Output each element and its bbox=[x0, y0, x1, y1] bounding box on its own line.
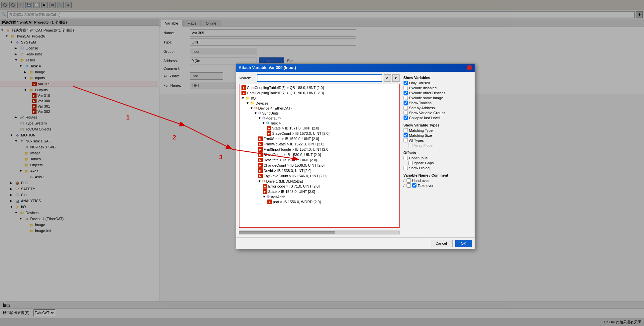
checkbox-only-unused[interactable]: Only Unused bbox=[404, 81, 471, 85]
checkbox-exclude-same-image[interactable]: Exclude same Image bbox=[404, 96, 471, 100]
modal-tree-frm0wcstate[interactable]: ▶ Frm0WcState > IB 1522.0, UINT [2.0] bbox=[240, 141, 398, 147]
modal-scrollbar[interactable] bbox=[239, 230, 400, 235]
modal-tree-task4[interactable]: ▼ ⚙ Task 4 bbox=[240, 121, 398, 125]
modal-search-clear[interactable]: ✕ bbox=[384, 74, 391, 82]
exclude-same-image-label: Exclude same Image bbox=[409, 96, 443, 100]
modal-tree-cfgslavecount[interactable]: ▶ CfgSlaveCount > IB 1546.0, UINT [2.0] bbox=[240, 173, 398, 179]
task4-tree-icon: ⚙ bbox=[266, 121, 269, 125]
drive1-label: Drive 1 (MBDLN25BE) bbox=[266, 179, 303, 183]
modal-close-button[interactable] bbox=[467, 65, 472, 70]
show-variable-groups-checkbox[interactable] bbox=[404, 111, 408, 115]
exclude-same-image-checkbox[interactable] bbox=[404, 96, 408, 100]
devices-tree-arrow[interactable]: ▼ bbox=[246, 101, 250, 105]
checkbox-continuous[interactable]: Continuous bbox=[404, 156, 471, 160]
slavecount2-label: SlaveCount > IB 1530.0, UINT [2.0] bbox=[264, 153, 321, 157]
devid-icon: ▶ bbox=[258, 168, 263, 173]
checkbox-all-types[interactable]: All Types bbox=[404, 138, 471, 142]
modal-tree-errorcode[interactable]: ▶ Error code > IB 71.0, UINT [2.0] bbox=[240, 184, 398, 189]
checkbox-show-tooltips[interactable]: Show Tooltips bbox=[404, 101, 471, 105]
checkbox-sort-by-address[interactable]: Sort by Address bbox=[404, 106, 471, 110]
modal-tree-devstate[interactable]: ▶ DevState > IB 1534.0, UINT [2.0] bbox=[240, 157, 398, 163]
ignore-gaps-checkbox[interactable] bbox=[408, 161, 413, 165]
errorcode-label: Error code > IB 71.0, UINT [2.0] bbox=[268, 184, 320, 188]
checkbox-array-mode[interactable]: Array Mode bbox=[408, 143, 471, 147]
hand-over-checkbox[interactable] bbox=[407, 178, 411, 183]
changecount-label: ChangeCount > IB 1536.0, UINT [2.0] bbox=[264, 163, 325, 167]
ok-button[interactable]: OK bbox=[455, 240, 472, 247]
take-over-row: / Take over bbox=[404, 183, 471, 188]
show-dialog-checkbox[interactable] bbox=[404, 166, 408, 170]
task4-tree-arrow[interactable]: ▼ bbox=[262, 121, 266, 125]
all-types-checkbox[interactable] bbox=[404, 138, 408, 142]
modal-variable-tree[interactable]: ▶ CamCouplingTableID[6] > QB 188.0, UINT… bbox=[239, 84, 400, 228]
modal-tree-adsaddr[interactable]: ▼ ⚙ AdsAddr bbox=[240, 194, 398, 199]
modal-footer: Cancel OK bbox=[236, 237, 475, 249]
checkbox-ignore-gaps[interactable]: Ignore Gaps bbox=[408, 161, 471, 165]
modal-tree-slavecount2[interactable]: ▶ SlaveCount > IB 1530.0, UINT [2.0] bbox=[240, 152, 398, 157]
all-types-label: All Types bbox=[409, 138, 424, 142]
modal-tree-port[interactable]: ▶ port > IB 1556.0, WORD [2.0] bbox=[240, 199, 398, 204]
cfgslavecount-label: CfgSlaveCount > IB 1546.0, UINT [2.0] bbox=[264, 174, 327, 178]
port-icon: ▶ bbox=[267, 200, 272, 204]
modal-tree-cam2[interactable]: ▶ CamCouplingTableID[7] > QB 190.0, UINT… bbox=[240, 90, 398, 96]
adsaddr-arrow[interactable]: ▼ bbox=[263, 195, 267, 199]
modal-tree-default[interactable]: ▼ ⚙ <default> bbox=[240, 116, 398, 121]
state-label: State > IB 1571.0, UINT [2.0] bbox=[272, 126, 319, 130]
var-name-comment-section: Variable Name / Comment / Hand over / Ta… bbox=[404, 173, 471, 188]
show-tooltips-checkbox[interactable] bbox=[404, 101, 408, 105]
modal-search-input[interactable] bbox=[257, 74, 382, 82]
checkbox-matching-size[interactable]: Matching Size bbox=[404, 133, 471, 137]
modal-tree-syncunits[interactable]: ▼ ⚙ SyncUnits bbox=[240, 111, 398, 116]
checkbox-matching-type[interactable]: Matching Type bbox=[404, 128, 471, 132]
checkbox-exclude-other-devices[interactable]: Exclude other Devices bbox=[404, 91, 471, 95]
only-unused-label: Only Unused bbox=[409, 81, 430, 85]
modal-tree-frm0inputtoggle[interactable]: ▶ Frm0InputToggle > IB 1524.0, UINT [2.0… bbox=[240, 147, 398, 152]
modal-tree-io[interactable]: ▼ 📁 I/O bbox=[240, 96, 398, 101]
scrollbar-track[interactable] bbox=[239, 231, 400, 234]
adsaddr-icon: ⚙ bbox=[267, 195, 270, 199]
modal-tree-slavecount[interactable]: ▶ SlaveCount > IB 1573.0, UINT [2.0] bbox=[240, 131, 398, 136]
sort-by-address-checkbox[interactable] bbox=[404, 106, 408, 110]
show-tooltips-label: Show Tooltips bbox=[409, 101, 432, 105]
frm0state-label: Frm0State > IB 1520.0, UINT [2.0] bbox=[264, 137, 319, 141]
modal-tree-cam1[interactable]: ▶ CamCouplingTableID[6] > QB 188.0, UINT… bbox=[240, 85, 398, 90]
modal-tree-devices[interactable]: ▼ 📁 Devices bbox=[240, 101, 398, 106]
modal-tree-drive1[interactable]: ▼ ⚙ Drive 1 (MBDLN25BE) bbox=[240, 179, 398, 184]
cancel-button[interactable]: Cancel bbox=[430, 240, 452, 247]
exclude-disabled-checkbox[interactable] bbox=[404, 86, 408, 90]
scrollbar-thumb[interactable] bbox=[239, 231, 335, 234]
state2-icon: ▶ bbox=[263, 189, 267, 194]
matching-type-checkbox[interactable] bbox=[404, 128, 408, 132]
continuous-checkbox[interactable] bbox=[404, 156, 408, 160]
modal-tree-changecount[interactable]: ▶ ChangeCount > IB 1536.0, UINT [2.0] bbox=[240, 163, 398, 168]
exclude-other-devices-label: Exclude other Devices bbox=[409, 91, 445, 95]
modal-title-bar: Attach Variable Var 309 (Input) bbox=[236, 64, 475, 72]
modal-tree-frm0state[interactable]: ▶ Frm0State > IB 1520.0, UINT [2.0] bbox=[240, 136, 398, 141]
only-unused-checkbox[interactable] bbox=[404, 81, 408, 85]
checkbox-show-variable-groups[interactable]: Show Variable Groups bbox=[404, 111, 471, 115]
checkbox-show-dialog[interactable]: Show Dialog bbox=[404, 166, 471, 170]
array-mode-checkbox[interactable] bbox=[408, 143, 413, 147]
syncunits-arrow[interactable]: ▼ bbox=[254, 111, 258, 115]
take-over-checkbox1[interactable] bbox=[407, 183, 411, 188]
modal-tree-device4[interactable]: ▼ ⚙ Device 4 (EtherCAT) bbox=[240, 106, 398, 111]
default-arrow[interactable]: ▼ bbox=[258, 116, 262, 120]
io-tree-arrow[interactable]: ▼ bbox=[241, 96, 245, 100]
matching-size-checkbox[interactable] bbox=[404, 133, 408, 137]
collapse-last-level-label: Collapse last Level bbox=[409, 116, 440, 120]
device4-tree-arrow[interactable]: ▼ bbox=[250, 106, 254, 110]
modal-left-panel: Search: ✕ ▼ ▶ CamCouplingTableID[6] > QB… bbox=[239, 74, 400, 235]
slavecount2-icon: ▶ bbox=[258, 152, 263, 157]
collapse-last-level-checkbox[interactable] bbox=[404, 116, 408, 120]
modal-tree-state[interactable]: ▶ State > IB 1571.0, UINT [2.0] bbox=[240, 125, 398, 131]
modal-tree-state2[interactable]: ▶ State > IB 1548.0, UINT [2.0] bbox=[240, 189, 398, 194]
exclude-other-devices-checkbox[interactable] bbox=[404, 91, 408, 95]
checkbox-exclude-disabled[interactable]: Exclude disabled bbox=[404, 86, 471, 90]
checkbox-collapse-last-level[interactable]: Collapse last Level bbox=[404, 116, 471, 120]
drive1-arrow[interactable]: ▼ bbox=[258, 179, 262, 183]
default-icon: ⚙ bbox=[262, 116, 265, 120]
modal-tree-devid[interactable]: ▶ DevId > IB 1538.0, UINT [2.0] bbox=[240, 168, 398, 173]
take-over-checkbox2[interactable] bbox=[412, 183, 416, 188]
modal-search-dropdown[interactable]: ▼ bbox=[392, 74, 400, 82]
ignore-gaps-label: Ignore Gaps bbox=[414, 161, 434, 165]
